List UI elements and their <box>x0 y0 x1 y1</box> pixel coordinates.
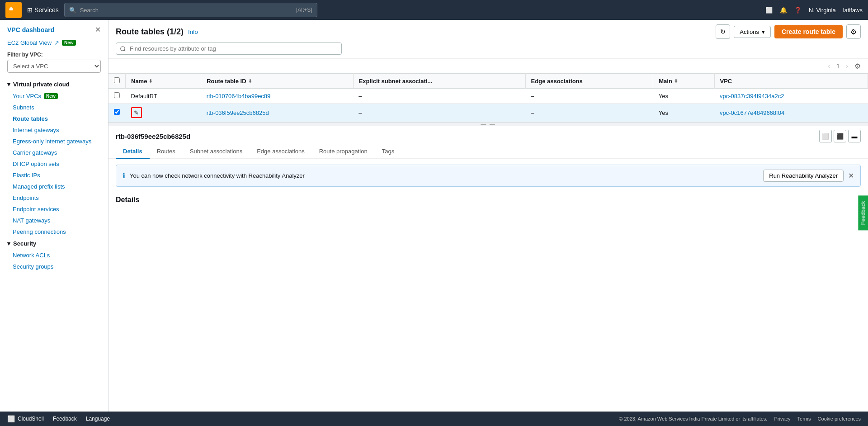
top-navigation: ⊞ Services 🔍 [Alt+S] ⬜ 🔔 ❓ N. Virginia l… <box>0 0 868 20</box>
row1-id-cell[interactable]: rtb-0107064b4ba99ec89 <box>201 89 354 104</box>
sidebar-item-elastic-ips[interactable]: Elastic IPs <box>0 170 108 181</box>
row2-main-cell: Yes <box>653 104 714 122</box>
select-all-checkbox[interactable] <box>114 77 120 83</box>
region-selector[interactable]: N. Virginia <box>809 7 836 14</box>
tab-route-propagation[interactable]: Route propagation <box>312 144 375 159</box>
main-content: Route tables (1/2) Info ↻ Actions ▾ Crea… <box>108 20 868 412</box>
expand-panel-button[interactable]: ⬜ <box>819 130 832 142</box>
main-column-header[interactable]: Main ⬇ <box>653 74 714 89</box>
row1-vpc-cell[interactable]: vpc-0837c394f9434a2c2 <box>714 89 868 104</box>
sidebar-item-security-groups[interactable]: Security groups <box>0 261 108 272</box>
create-route-table-button[interactable]: Create route table <box>774 25 843 38</box>
row1-edge-cell: – <box>525 89 653 104</box>
table-settings-icon[interactable]: ⚙ <box>854 62 861 71</box>
row1-checkbox-cell[interactable] <box>108 89 126 104</box>
edit-name-icon[interactable]: ✎ <box>131 107 142 118</box>
sidebar-section-vpc[interactable]: ▾ Virtual private cloud <box>0 78 108 90</box>
sidebar: VPC dashboard ✕ EC2 Global View ↗ New Fi… <box>0 20 108 412</box>
table-scroll-container: Name ⬇ Route table ID ⬇ <box>108 73 868 122</box>
row2-name-cell: ✎ <box>126 104 201 122</box>
user-menu[interactable]: latifaws <box>843 7 863 14</box>
security-section-label: Security <box>13 240 36 247</box>
name-column-header[interactable]: Name ⬇ <box>126 74 201 89</box>
next-page-button[interactable]: › <box>843 62 851 71</box>
panel-drag-handle[interactable]: — — <box>108 123 868 126</box>
sidebar-header: VPC dashboard ✕ <box>0 20 108 38</box>
table-toolbar: Route tables (1/2) Info ↻ Actions ▾ Crea… <box>108 20 868 43</box>
search-shortcut: [Alt+S] <box>296 7 312 13</box>
sidebar-item-endpoints[interactable]: Endpoints <box>0 192 108 204</box>
row2-vpc-cell[interactable]: vpc-0c1677e4849668f04 <box>714 104 868 122</box>
table-row: DefaultRT rtb-0107064b4ba99ec89 – – Yes … <box>108 89 868 104</box>
vpc-filter-select[interactable]: Select a VPC <box>7 60 101 73</box>
row2-checkbox-cell[interactable] <box>108 104 126 122</box>
sidebar-item-ec2-global-view[interactable]: EC2 Global View ↗ New <box>0 38 108 48</box>
services-menu-button[interactable]: ⊞ Services <box>27 6 59 14</box>
sidebar-item-subnets[interactable]: Subnets <box>0 102 108 113</box>
global-search-bar[interactable]: 🔍 [Alt+S] <box>64 3 317 17</box>
sidebar-item-managed-prefix[interactable]: Managed prefix lists <box>0 181 108 192</box>
row1-vpc-link[interactable]: vpc-0837c394f9434a2c2 <box>720 93 784 99</box>
row2-edge-cell: – <box>525 104 653 122</box>
tab-routes[interactable]: Routes <box>150 144 183 159</box>
sidebar-item-route-tables[interactable]: Route tables <box>0 113 108 124</box>
row2-id-cell[interactable]: rtb-036f59ee25cb6825d <box>201 104 354 122</box>
sidebar-item-dhcp[interactable]: DHCP option sets <box>0 158 108 170</box>
sidebar-item-your-vpcs[interactable]: Your VPCs New <box>0 90 108 102</box>
sidebar-item-carrier-gateways[interactable]: Carrier gateways <box>0 147 108 158</box>
details-heading: Details <box>116 192 861 208</box>
details-section: Details <box>108 192 868 215</box>
tab-edge-associations[interactable]: Edge associations <box>250 144 312 159</box>
sidebar-item-nat-gateways[interactable]: NAT gateways <box>0 215 108 226</box>
reachability-banner: ℹ You can now check network connectivity… <box>116 165 861 187</box>
route-tables-section: Route tables (1/2) Info ↻ Actions ▾ Crea… <box>108 20 868 123</box>
route-table-id-column-header[interactable]: Route table ID ⬇ <box>201 74 354 89</box>
sidebar-close-button[interactable]: ✕ <box>95 25 101 34</box>
table-search-input[interactable] <box>116 43 342 55</box>
actions-button[interactable]: Actions ▾ <box>734 26 771 38</box>
route-tables-table: Name ⬇ Route table ID ⬇ <box>108 73 868 122</box>
close-banner-button[interactable]: ✕ <box>848 171 854 180</box>
info-link[interactable]: Info <box>188 28 198 35</box>
help-icon[interactable]: ❓ <box>794 7 802 14</box>
table-container: Name ⬇ Route table ID ⬇ <box>108 73 868 122</box>
row2-id-link[interactable]: rtb-036f59ee25cb6825d <box>207 109 269 116</box>
tab-details[interactable]: Details <box>116 144 150 159</box>
bell-icon[interactable]: 🔔 <box>780 7 787 14</box>
sidebar-section-security[interactable]: ▾ Security <box>0 237 108 250</box>
settings-icon-button[interactable]: ⚙ <box>846 24 861 39</box>
explicit-subnet-column-header: Explicit subnet associati... <box>353 74 525 89</box>
tab-subnet-associations[interactable]: Subnet associations <box>183 144 250 159</box>
sidebar-item-network-acls[interactable]: Network ACLs <box>0 250 108 261</box>
pagination-top: ‹ 1 › ⚙ <box>108 58 868 73</box>
run-reachability-analyzer-button[interactable]: Run Reachability Analyzer <box>763 170 844 182</box>
grid-icon: ⊞ <box>27 6 33 14</box>
vpc-dashboard-link[interactable]: VPC dashboard <box>7 26 54 33</box>
feedback-side-tab[interactable]: Feedback <box>859 196 868 231</box>
sidebar-item-internet-gateways[interactable]: Internet gateways <box>0 124 108 136</box>
chevron-down-icon: ▾ <box>7 81 10 88</box>
search-row <box>108 43 868 58</box>
sidebar-item-egress-gateways[interactable]: Egress-only internet gateways <box>0 136 108 147</box>
detail-panel-id: rtb-036f59ee25cb6825d <box>116 133 190 140</box>
row1-checkbox[interactable] <box>114 92 120 98</box>
tab-tags[interactable]: Tags <box>375 144 401 159</box>
nav-right-section: ⬜ 🔔 ❓ N. Virginia latifaws <box>765 7 863 14</box>
terminal-icon[interactable]: ⬜ <box>765 7 773 14</box>
sidebar-item-endpoint-services[interactable]: Endpoint services <box>0 204 108 215</box>
prev-page-button[interactable]: ‹ <box>825 62 833 71</box>
filter-label: Filter by VPC: <box>0 48 108 60</box>
row2-vpc-link[interactable]: vpc-0c1677e4849668f04 <box>720 109 784 116</box>
aws-logo[interactable] <box>5 2 22 18</box>
collapse-panel-button[interactable]: ▬ <box>848 130 861 142</box>
refresh-button[interactable]: ↻ <box>716 24 730 39</box>
toolbar-actions: ↻ Actions ▾ Create route table ⚙ <box>716 24 861 39</box>
split-panel-button[interactable]: ⬛ <box>834 130 846 142</box>
row2-checkbox[interactable] <box>114 109 120 115</box>
select-all-header[interactable] <box>108 74 126 89</box>
row1-id-link[interactable]: rtb-0107064b4ba99ec89 <box>207 93 271 99</box>
row1-name-cell: DefaultRT <box>126 89 201 104</box>
search-icon: 🔍 <box>69 7 76 14</box>
search-input[interactable] <box>80 7 292 14</box>
sidebar-item-peering[interactable]: Peering connections <box>0 226 108 237</box>
